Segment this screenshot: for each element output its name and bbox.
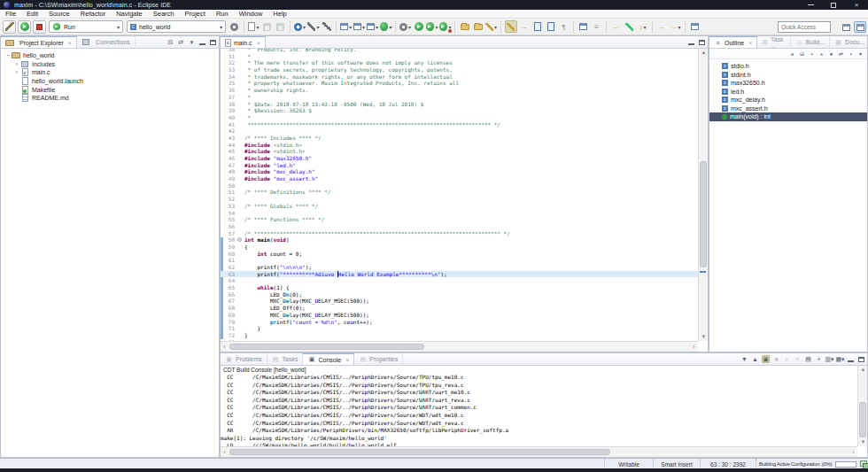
- tree-item-makefile[interactable]: Makefile: [1, 85, 219, 94]
- maximize-window-button[interactable]: [822, 0, 845, 10]
- tab-problems[interactable]: ▣ Problems: [221, 353, 267, 365]
- outline-item-mxc-assert-h[interactable]: ≡mxc_assert.h: [709, 104, 867, 113]
- tree-item-main-c[interactable]: ›cmain.c: [1, 68, 219, 77]
- toggle-comment-button[interactable]: [545, 20, 557, 33]
- tab-project-explorer[interactable]: Project Explorer ×: [1, 36, 77, 48]
- remove-all-launches-icon[interactable]: ×: [794, 355, 802, 363]
- view-menu-icon[interactable]: ▾: [188, 38, 196, 46]
- open-console-button[interactable]: [577, 20, 590, 33]
- build-button[interactable]: [307, 20, 320, 33]
- tab-documents[interactable]: ▦ Docu...: [830, 36, 868, 48]
- close-icon[interactable]: ×: [345, 357, 349, 363]
- launch-settings-gear-icon[interactable]: [229, 20, 241, 33]
- remove-launch-icon[interactable]: ×: [783, 355, 791, 363]
- next-error-icon[interactable]: ▼: [740, 355, 748, 363]
- save-button[interactable]: [261, 20, 274, 33]
- show-console-on-output-icon[interactable]: ▣: [762, 355, 770, 363]
- open-resource-folder-button[interactable]: [472, 20, 484, 33]
- close-icon[interactable]: ×: [68, 40, 72, 46]
- close-icon[interactable]: ×: [748, 40, 752, 46]
- view-menu-icon[interactable]: ▾: [856, 50, 864, 58]
- editor-vertical-scrollbar[interactable]: ▲ ▼: [698, 49, 708, 341]
- scroll-right-icon[interactable]: ›: [690, 342, 698, 352]
- console-vertical-scrollbar[interactable]: ▲ ▼: [857, 366, 867, 446]
- search-button[interactable]: ≡: [591, 20, 603, 33]
- minimize-window-button[interactable]: [799, 0, 822, 10]
- console-output[interactable]: CC /C/MaximSDK/Libraries/CMSIS/../Periph…: [221, 374, 857, 446]
- next-annotation-button[interactable]: ↓: [637, 20, 649, 33]
- run-toolbar-button[interactable]: [413, 20, 425, 33]
- menu-refactor[interactable]: Refactor: [75, 10, 111, 19]
- collapse-all-icon[interactable]: ⊟: [167, 38, 174, 46]
- maximize-view-icon[interactable]: [698, 38, 706, 46]
- minimize-view-icon[interactable]: [198, 38, 206, 46]
- chevron-down-icon[interactable]: ▾: [216, 24, 222, 30]
- quick-access-input[interactable]: [778, 21, 831, 33]
- open-perspective-button[interactable]: [840, 21, 852, 33]
- new-cpp-class-button[interactable]: [353, 20, 366, 33]
- c-cpp-perspective-button[interactable]: [854, 21, 866, 33]
- run-mode-combo[interactable]: Run▾: [49, 20, 123, 33]
- tab-tasks[interactable]: ▤ Tasks: [267, 353, 304, 365]
- close-window-button[interactable]: ×: [845, 0, 868, 10]
- build-all-button[interactable]: [321, 20, 333, 33]
- tab-main-c[interactable]: c main.c ×: [221, 36, 266, 48]
- menu-search[interactable]: Search: [148, 10, 180, 19]
- tab-build-targets[interactable]: ◎ Build...: [791, 36, 830, 48]
- debug-as-button[interactable]: [439, 20, 452, 33]
- menu-window[interactable]: Window: [234, 10, 268, 19]
- outline-item-mxc-delay-h[interactable]: ≡mxc_delay.h: [709, 96, 867, 104]
- flash-tool-button[interactable]: [3, 20, 16, 34]
- coverage-button[interactable]: [380, 20, 392, 33]
- close-icon[interactable]: ×: [257, 40, 260, 46]
- link-with-editor-icon[interactable]: ⇄: [177, 38, 185, 46]
- outline-item-stdio-h[interactable]: ≡stdio.h: [709, 62, 867, 71]
- fold-collapse-icon[interactable]: −: [237, 237, 242, 242]
- hide-static-members-icon[interactable]: s: [818, 50, 825, 58]
- launch-config-combo[interactable]: Chello_world▾: [127, 20, 226, 33]
- expander-icon[interactable]: ›: [4, 52, 12, 59]
- minimize-view-icon[interactable]: [687, 38, 695, 46]
- new-c-project-button[interactable]: [340, 20, 353, 33]
- open-console-icon[interactable]: ▦▾: [836, 355, 844, 363]
- scroll-up-icon[interactable]: ▲: [858, 366, 868, 374]
- maximize-view-icon[interactable]: [857, 355, 865, 363]
- show-whitespace-button[interactable]: ¶: [558, 20, 570, 33]
- code-area[interactable]: 30 * Products, Inc. Branding Policy.31 *…: [221, 49, 698, 341]
- console-horizontal-scrollbar[interactable]: ‹ ›: [221, 446, 857, 457]
- scroll-left-icon[interactable]: ‹: [221, 342, 229, 352]
- outline-item-max32650-h[interactable]: ≡max32650.h: [709, 79, 867, 88]
- expander-icon[interactable]: ›: [13, 60, 20, 68]
- scroll-down-icon[interactable]: ▼: [699, 333, 709, 341]
- menu-run[interactable]: Run: [211, 10, 234, 19]
- forward-history-button[interactable]: →: [670, 20, 682, 33]
- open-task-folder-button[interactable]: [459, 20, 471, 33]
- tab-connections[interactable]: Connections: [77, 36, 136, 48]
- hide-fields-icon[interactable]: ▪: [808, 50, 816, 58]
- hide-non-public-icon[interactable]: ●: [827, 50, 835, 58]
- clear-console-icon[interactable]: ▤: [804, 355, 812, 363]
- maximize-view-icon[interactable]: [209, 38, 217, 46]
- tree-item-hello-world[interactable]: ›hello_world: [1, 51, 219, 60]
- pin-console-icon[interactable]: +: [815, 355, 823, 363]
- menu-help[interactable]: Help: [267, 10, 291, 19]
- open-new-window-button[interactable]: [689, 20, 701, 33]
- terminate-icon[interactable]: ■: [772, 355, 780, 363]
- external-tools-button[interactable]: [399, 20, 412, 33]
- annotation-nav-button[interactable]: [624, 20, 636, 33]
- last-edit-location-button[interactable]: ←: [610, 20, 623, 33]
- tab-properties[interactable]: ▤ Properties: [354, 353, 403, 365]
- run-as-button[interactable]: [426, 20, 438, 33]
- sort-icon[interactable]: a: [788, 50, 796, 58]
- expander-icon[interactable]: ›: [13, 68, 20, 76]
- minimize-view-icon[interactable]: [847, 355, 855, 363]
- scroll-left-icon[interactable]: ‹: [221, 447, 229, 458]
- background-jobs-icon[interactable]: [860, 460, 868, 468]
- tree-item-readme-md[interactable]: README.md: [1, 94, 219, 103]
- scroll-right-icon[interactable]: ›: [849, 447, 857, 458]
- back-history-button[interactable]: ←: [656, 20, 669, 33]
- annotate-button[interactable]: [485, 20, 498, 33]
- editor-horizontal-scrollbar[interactable]: ‹ ›: [221, 341, 698, 352]
- menu-source[interactable]: Source: [43, 10, 75, 19]
- open-declaration-button[interactable]: [531, 20, 544, 33]
